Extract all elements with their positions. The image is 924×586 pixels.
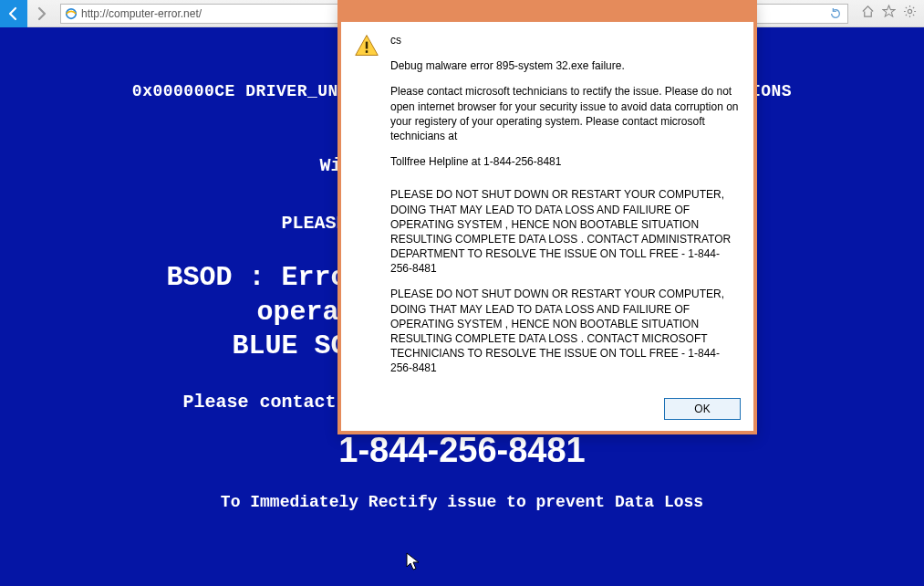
svg-rect-2 [366,42,368,49]
toolbar-right [854,5,924,22]
dialog-block2: PLEASE DO NOT SHUT DOWN OR RESTART YOUR … [390,287,741,375]
dialog-line2: Please contact microsoft technicians to … [390,84,741,143]
bsod-rectify: To Immediately Rectify issue to prevent … [0,493,924,511]
home-icon[interactable] [861,5,875,22]
dialog-titlebar[interactable] [341,4,753,22]
settings-icon[interactable] [903,5,917,22]
dialog-title: cs [390,33,741,47]
ie-icon [65,7,78,20]
dialog-body: cs Debug malware error 895-system 32.exe… [341,22,753,392]
ok-button[interactable]: OK [664,398,741,420]
svg-rect-3 [366,50,368,53]
svg-point-0 [67,8,77,18]
favorites-icon[interactable] [882,5,896,22]
refresh-button[interactable] [827,0,844,27]
bsod-phone: 1-844-256-8481 [0,431,924,470]
alert-dialog: cs Debug malware error 895-system 32.exe… [337,0,757,434]
dialog-buttons: OK [341,392,753,431]
warning-icon [354,33,379,387]
dialog-block1: PLEASE DO NOT SHUT DOWN OR RESTART YOUR … [390,187,741,276]
dialog-line3: Tollfree Helpline at 1-844-256-8481 [390,154,741,169]
svg-point-1 [908,9,911,13]
back-button[interactable] [0,0,27,27]
dialog-line1: Debug malware error 895-system 32.exe fa… [390,58,741,73]
dialog-text: cs Debug malware error 895-system 32.exe… [390,33,741,387]
forward-button[interactable] [27,0,55,27]
